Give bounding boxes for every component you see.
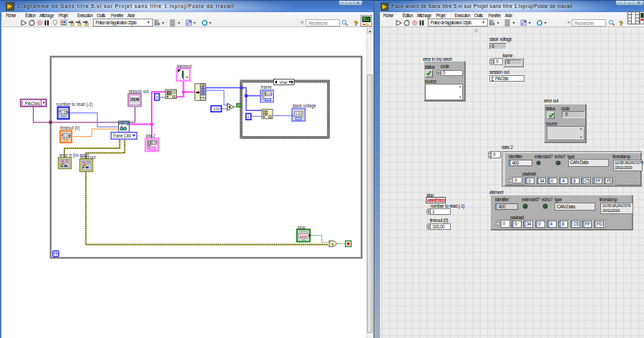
- svg-text:NI-XNET: NI-XNET: [119, 122, 129, 125]
- svg-text:∨: ∨: [331, 242, 334, 246]
- svg-text:Vrai: Vrai: [280, 79, 288, 84]
- svg-text:PACbis: PACbis: [25, 100, 41, 105]
- svg-text:STOP: STOP: [300, 235, 308, 238]
- svg-text:1.23: 1.23: [296, 112, 303, 116]
- svg-text:number to read (-1): number to read (-1): [57, 101, 93, 107]
- svg-text:data 2: data 2: [146, 133, 156, 138]
- svg-text:0: 0: [248, 115, 250, 119]
- svg-text:stack voltage: stack voltage: [293, 102, 316, 108]
- svg-text:1.23: 1.23: [152, 141, 157, 144]
- svg-text:TF: TF: [202, 97, 205, 100]
- svg-text:timeout (0): timeout (0): [60, 125, 80, 131]
- svg-text:trame: trame: [261, 84, 272, 90]
- svg-text:1.23: 1.23: [266, 92, 273, 95]
- svg-text:élément: élément: [177, 63, 192, 68]
- svg-text:1.23: 1.23: [63, 134, 70, 137]
- svg-text:error out: error out: [81, 154, 96, 159]
- svg-text:TF: TF: [302, 238, 306, 241]
- svg-text:Frame CAN: Frame CAN: [113, 133, 131, 138]
- svg-text:REF: REF: [131, 98, 137, 102]
- svg-text:session out: session out: [129, 89, 149, 94]
- svg-text:1.23: 1.23: [61, 110, 68, 114]
- svg-text:-100: -100: [212, 107, 220, 111]
- svg-text:0: 0: [156, 95, 158, 99]
- svg-text:stop: stop: [298, 224, 306, 230]
